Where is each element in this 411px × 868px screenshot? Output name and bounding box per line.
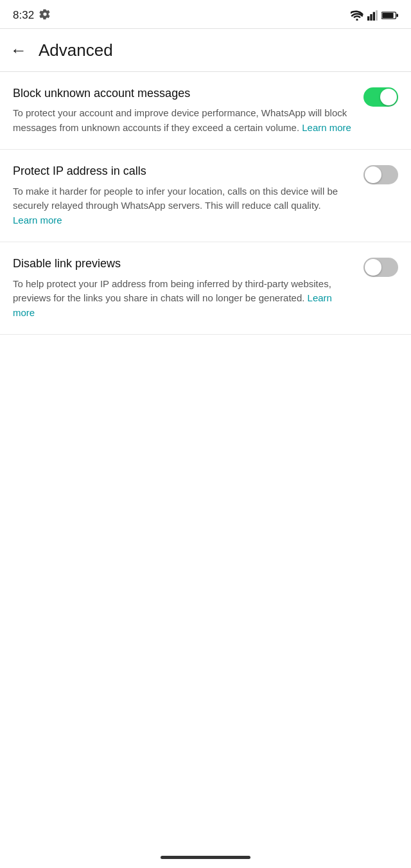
disable-link-title: Disable link previews — [13, 256, 353, 271]
block-unknown-title: Block unknown account messages — [13, 86, 353, 101]
status-right — [351, 10, 398, 21]
svg-rect-4 — [376, 10, 378, 21]
wifi-icon — [351, 10, 363, 21]
status-time: 8:32 — [13, 9, 34, 22]
block-unknown-section: Block unknown account messages To protec… — [0, 72, 411, 150]
protect-ip-section: Protect IP address in calls To make it h… — [0, 150, 411, 242]
disable-link-text: Disable link previews To help protect yo… — [13, 256, 353, 320]
svg-rect-6 — [382, 13, 393, 18]
block-unknown-toggle[interactable] — [363, 87, 398, 107]
disable-link-toggle-knob — [365, 259, 381, 276]
back-button[interactable]: ← — [10, 42, 27, 58]
status-left: 8:32 — [13, 8, 51, 22]
protect-ip-learn-more[interactable]: Learn more — [13, 215, 62, 226]
protect-ip-title: Protect IP address in calls — [13, 164, 353, 179]
protect-ip-toggle[interactable] — [363, 165, 398, 184]
svg-rect-2 — [370, 14, 372, 21]
protect-ip-text: Protect IP address in calls To make it h… — [13, 164, 353, 227]
block-unknown-learn-more[interactable]: Learn more — [302, 122, 351, 133]
status-bar: 8:32 — [0, 0, 411, 28]
svg-rect-3 — [373, 12, 375, 21]
settings-status-icon — [39, 8, 51, 22]
block-unknown-desc: To protect your account and improve devi… — [13, 106, 353, 135]
disable-link-section: Disable link previews To help protect yo… — [0, 242, 411, 335]
block-unknown-toggle-wrapper — [363, 86, 398, 107]
signal-icon — [367, 10, 378, 21]
protect-ip-toggle-knob — [365, 166, 381, 183]
disable-link-desc: To help protect your IP address from bei… — [13, 277, 353, 321]
protect-ip-desc: To make it harder for people to infer yo… — [13, 184, 353, 228]
page-title: Advanced — [39, 40, 113, 60]
block-unknown-toggle-knob — [380, 89, 397, 105]
svg-rect-7 — [396, 13, 398, 17]
svg-rect-1 — [367, 16, 369, 21]
disable-link-toggle[interactable] — [363, 258, 398, 277]
battery-icon — [381, 11, 398, 20]
block-unknown-text: Block unknown account messages To protec… — [13, 86, 353, 135]
disable-link-toggle-wrapper — [363, 256, 398, 277]
svg-point-0 — [356, 19, 358, 21]
protect-ip-toggle-wrapper — [363, 164, 398, 184]
toolbar: ← Advanced — [0, 29, 411, 71]
home-indicator — [161, 856, 250, 859]
